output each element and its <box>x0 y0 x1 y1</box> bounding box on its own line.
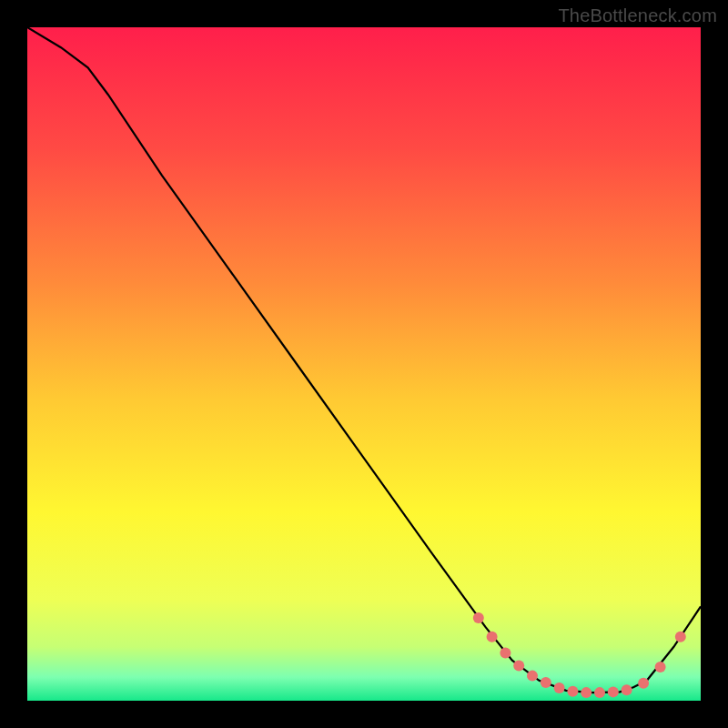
chart-frame: TheBottleneck.com <box>0 0 728 728</box>
marker-dot <box>638 678 649 689</box>
marker-dot <box>513 661 524 672</box>
marker-dot <box>655 662 666 672</box>
marker-dot <box>622 684 632 695</box>
bottleneck-chart <box>27 27 701 701</box>
marker-dot <box>675 632 686 642</box>
watermark-text: TheBottleneck.com <box>558 5 717 26</box>
marker-dot <box>487 632 498 642</box>
marker-dot <box>594 687 605 698</box>
marker-dot <box>541 677 551 688</box>
marker-dot <box>581 687 592 698</box>
marker-dot <box>567 686 578 697</box>
marker-dot <box>608 686 619 697</box>
marker-dot <box>527 671 538 682</box>
marker-dot <box>473 612 484 623</box>
gradient-background <box>27 27 701 701</box>
marker-dot <box>554 682 565 693</box>
marker-dot <box>500 647 511 658</box>
